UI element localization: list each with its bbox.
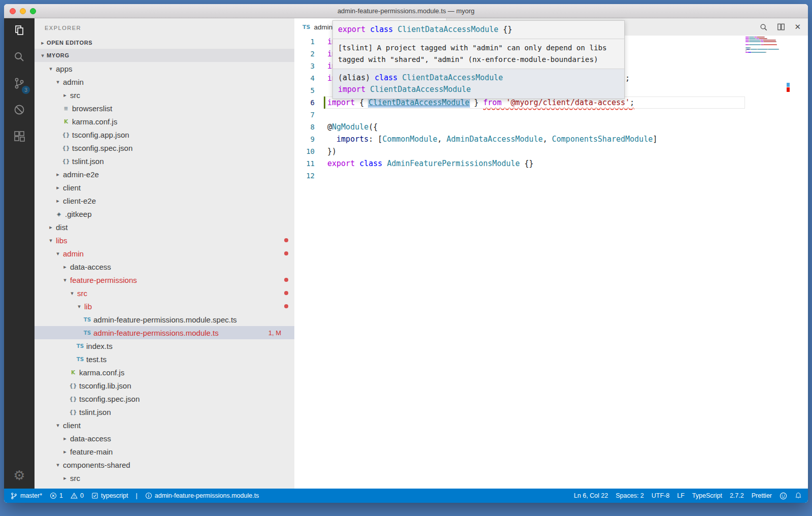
- error-count[interactable]: 1: [50, 492, 63, 499]
- minimize-window-button[interactable]: [20, 8, 26, 14]
- line-number[interactable]: 12: [294, 170, 315, 182]
- tree-folder-feature-main[interactable]: ▸feature-main: [35, 445, 294, 458]
- bell-icon: [795, 492, 802, 499]
- tree-folder-src[interactable]: ▾src: [35, 286, 294, 300]
- tree-file-tslint.json[interactable]: {}tslint.json: [35, 154, 294, 168]
- tree-folder-data-access[interactable]: ▸data-access: [35, 432, 294, 445]
- settings-button[interactable]: ⚙: [4, 462, 35, 489]
- notifications[interactable]: [795, 492, 802, 499]
- split-editor-icon[interactable]: [777, 23, 785, 31]
- tree-file-karma.conf.js[interactable]: Kkarma.conf.js: [35, 366, 294, 379]
- open-editors-header[interactable]: ▸ OPEN EDITORS: [35, 37, 294, 49]
- tree-file-tslint.json[interactable]: {}tslint.json: [35, 405, 294, 418]
- line-number[interactable]: 7: [294, 109, 315, 121]
- encoding[interactable]: UTF-8: [652, 492, 669, 499]
- language-mode[interactable]: TypeScript: [692, 492, 722, 499]
- line-number[interactable]: 3: [294, 60, 315, 72]
- tree-folder-feature-permissions[interactable]: ▾feature-permissions: [35, 273, 294, 286]
- activity-bar: 3 ⚙: [4, 18, 35, 489]
- ts-version[interactable]: 2.7.2: [730, 492, 744, 499]
- error-dot: [284, 278, 288, 282]
- zoom-window-button[interactable]: [30, 8, 36, 14]
- tree-folder-dist[interactable]: ▸dist: [35, 220, 294, 234]
- warning-count[interactable]: 0: [71, 492, 84, 499]
- minimap-line: [746, 44, 779, 46]
- root-folder-header[interactable]: ▾ MYORG: [35, 49, 294, 62]
- tree-folder-lib[interactable]: ▾lib: [35, 300, 294, 313]
- indentation[interactable]: Spaces: 2: [616, 492, 644, 499]
- tree-folder-admin-e2e[interactable]: ▸admin-e2e: [35, 168, 294, 181]
- eol[interactable]: LF: [677, 492, 685, 499]
- minimap-token: [751, 49, 757, 50]
- tree-folder-data-access[interactable]: ▸data-access: [35, 260, 294, 273]
- tree-folder-admin[interactable]: ▾admin: [35, 75, 294, 88]
- activity-explorer[interactable]: [4, 18, 35, 45]
- tree-file-karma.conf.js[interactable]: Kkarma.conf.js: [35, 115, 294, 128]
- tree-file-tsconfig.lib.json[interactable]: {}tsconfig.lib.json: [35, 379, 294, 392]
- tree-file-index.ts[interactable]: TSindex.ts: [35, 339, 294, 352]
- close-window-button[interactable]: [10, 8, 16, 14]
- tree-file-test.ts[interactable]: TStest.ts: [35, 352, 294, 366]
- line-number[interactable]: 6: [294, 96, 315, 109]
- line-number[interactable]: 2: [294, 48, 315, 60]
- tslint-status[interactable]: typescript: [91, 492, 128, 499]
- tree-item-label: tslint.json: [79, 408, 111, 416]
- activity-extensions[interactable]: [4, 124, 35, 150]
- overview-ruler-error-marker: [787, 87, 790, 92]
- code-area[interactable]: 1import { NgModule } from '@angular/core…: [294, 36, 808, 489]
- gutter: [315, 84, 327, 96]
- code-line[interactable]: 7: [294, 109, 808, 121]
- file-info[interactable]: admin-feature-permissions.module.ts: [145, 492, 259, 499]
- tree-file-browserslist[interactable]: ≡browserslist: [35, 102, 294, 115]
- tree-file-.gitkeep[interactable]: ◈.gitkeep: [35, 207, 294, 220]
- tree-file-admin-feature-permissions.module.spec.ts[interactable]: TSadmin-feature-permissions.module.spec.…: [35, 313, 294, 326]
- cursor-position[interactable]: Ln 6, Col 22: [574, 492, 608, 499]
- tree-file-tsconfig.app.json[interactable]: {}tsconfig.app.json: [35, 128, 294, 141]
- line-number[interactable]: 8: [294, 121, 315, 133]
- prettier[interactable]: Prettier: [752, 492, 772, 499]
- tree-folder-libs[interactable]: ▾libs: [35, 234, 294, 247]
- line-number[interactable]: 9: [294, 133, 315, 145]
- line-number[interactable]: 11: [294, 157, 315, 170]
- minimap[interactable]: [746, 37, 779, 55]
- tree-folder-src[interactable]: ▸src: [35, 88, 294, 102]
- code-line[interactable]: 11export class AdminFeaturePermissionsMo…: [294, 157, 808, 170]
- activity-search[interactable]: [4, 45, 35, 71]
- feedback[interactable]: [780, 492, 787, 500]
- gutter: [315, 145, 327, 157]
- tree-file-tsconfig.spec.json[interactable]: {}tsconfig.spec.json: [35, 141, 294, 154]
- line-number[interactable]: 4: [294, 72, 315, 84]
- close-editor-icon[interactable]: ✕: [794, 22, 801, 31]
- tree-folder-client[interactable]: ▸client: [35, 181, 294, 194]
- activity-source-control[interactable]: 3: [4, 71, 35, 98]
- tree-file-tsconfig.spec.json[interactable]: {}tsconfig.spec.json: [35, 392, 294, 405]
- code-token: [327, 135, 336, 144]
- chevron-down-icon: ▾: [54, 462, 62, 468]
- tree-folder-client-e2e[interactable]: ▸client-e2e: [35, 194, 294, 207]
- tree-file-admin-feature-permissions.module.ts[interactable]: TSadmin-feature-permissions.module.ts1, …: [35, 326, 294, 339]
- tree-item-label: data-access: [70, 263, 111, 271]
- code-line[interactable]: 9 imports: [CommonModule, AdminDataAcces…: [294, 133, 808, 145]
- tree-folder-components-shared[interactable]: ▾components-shared: [35, 458, 294, 471]
- open-changes-icon[interactable]: [759, 23, 768, 31]
- code-line[interactable]: 12: [294, 170, 808, 182]
- tree-folder-admin[interactable]: ▾admin: [35, 247, 294, 260]
- git-branch[interactable]: master*: [10, 492, 42, 500]
- line-number[interactable]: 10: [294, 145, 315, 157]
- code-line[interactable]: 10}): [294, 145, 808, 157]
- activity-debug[interactable]: [4, 98, 35, 124]
- code-token: import: [338, 85, 365, 94]
- separator[interactable]: |: [136, 492, 137, 499]
- line-number[interactable]: 5: [294, 84, 315, 96]
- gutter: [315, 96, 327, 109]
- code-token: ({: [368, 122, 378, 132]
- minimap-line: [746, 53, 779, 55]
- tree-folder-src[interactable]: ▸src: [35, 471, 294, 485]
- code-token: ClientDataAccessModule: [368, 98, 469, 107]
- code-line[interactable]: 8@NgModule({: [294, 121, 808, 133]
- tree-folder-client[interactable]: ▾client: [35, 418, 294, 432]
- hover-alias: (alias) class ClientDataAccessModule imp…: [333, 69, 624, 99]
- smiley-icon: [780, 492, 787, 500]
- line-number[interactable]: 1: [294, 36, 315, 48]
- tree-folder-apps[interactable]: ▾apps: [35, 62, 294, 75]
